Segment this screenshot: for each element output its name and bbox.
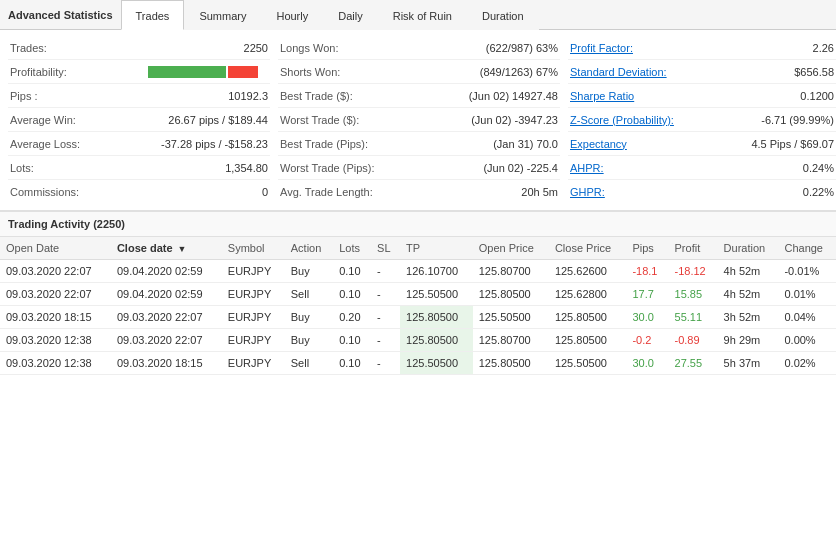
col-close-date[interactable]: Close date ▼ [111, 237, 222, 260]
trading-activity-table-container: Open Date Close date ▼ Symbol Action Lot… [0, 237, 836, 375]
table-body: 09.03.2020 22:07 09.04.2020 02:59 EURJPY… [0, 260, 836, 375]
cell-open-price: 125.80500 [473, 283, 549, 306]
stat-sharpe-ratio: Sharpe Ratio 0.1200 [568, 84, 836, 108]
stat-zscore: Z-Score (Probability): -6.71 (99.99%) [568, 108, 836, 132]
cell-pips: 30.0 [626, 352, 668, 375]
stat-avg-win: Average Win: 26.67 pips / $189.44 [8, 108, 270, 132]
table-row[interactable]: 09.03.2020 18:15 09.03.2020 22:07 EURJPY… [0, 306, 836, 329]
cell-duration: 5h 37m [718, 352, 779, 375]
cell-profit: -0.89 [669, 329, 718, 352]
stat-pips: Pips : 10192.3 [8, 84, 270, 108]
cell-change: 0.01% [778, 283, 836, 306]
col-close-price[interactable]: Close Price [549, 237, 627, 260]
bar-green [148, 66, 226, 78]
col-open-price[interactable]: Open Price [473, 237, 549, 260]
cell-symbol: EURJPY [222, 329, 285, 352]
cell-profit: 55.11 [669, 306, 718, 329]
stat-trades: Trades: 2250 [8, 36, 270, 60]
cell-close-date: 09.04.2020 02:59 [111, 283, 222, 306]
stat-best-trade-dollar: Best Trade ($): (Jun 02) 14927.48 [278, 84, 560, 108]
sort-arrow-close-date: ▼ [178, 244, 187, 254]
cell-change: -0.01% [778, 260, 836, 283]
col-duration[interactable]: Duration [718, 237, 779, 260]
cell-symbol: EURJPY [222, 283, 285, 306]
cell-sl: - [371, 329, 400, 352]
stats-col-3: Profit Factor: 2.26 Standard Deviation: … [564, 36, 836, 204]
cell-open-price: 125.80700 [473, 329, 549, 352]
cell-profit: 15.85 [669, 283, 718, 306]
stat-avg-trade-length: Avg. Trade Length: 20h 5m [278, 180, 560, 204]
cell-action: Sell [285, 283, 333, 306]
cell-tp: 125.80500 [400, 329, 473, 352]
cell-change: 0.00% [778, 329, 836, 352]
cell-open-price: 125.80500 [473, 352, 549, 375]
cell-close-price: 125.62600 [549, 260, 627, 283]
cell-change: 0.04% [778, 306, 836, 329]
tabs-bar: Advanced Statistics Trades Summary Hourl… [0, 0, 836, 30]
stat-avg-loss: Average Loss: -37.28 pips / -$158.23 [8, 132, 270, 156]
table-row[interactable]: 09.03.2020 12:38 09.03.2020 22:07 EURJPY… [0, 329, 836, 352]
cell-pips: 30.0 [626, 306, 668, 329]
cell-lots: 0.10 [333, 352, 371, 375]
cell-open-date: 09.03.2020 18:15 [0, 306, 111, 329]
col-profit[interactable]: Profit [669, 237, 718, 260]
cell-duration: 9h 29m [718, 329, 779, 352]
cell-close-date: 09.03.2020 22:07 [111, 306, 222, 329]
stat-worst-trade-pips: Worst Trade (Pips): (Jun 02) -225.4 [278, 156, 560, 180]
cell-close-price: 125.62800 [549, 283, 627, 306]
tab-risk-of-ruin[interactable]: Risk of Ruin [378, 0, 467, 30]
table-row[interactable]: 09.03.2020 12:38 09.03.2020 18:15 EURJPY… [0, 352, 836, 375]
cell-open-date: 09.03.2020 12:38 [0, 329, 111, 352]
bar-red [228, 66, 258, 78]
cell-close-date: 09.03.2020 22:07 [111, 329, 222, 352]
tab-hourly[interactable]: Hourly [261, 0, 323, 30]
cell-symbol: EURJPY [222, 260, 285, 283]
col-lots[interactable]: Lots [333, 237, 371, 260]
stat-worst-trade-dollar: Worst Trade ($): (Jun 02) -3947.23 [278, 108, 560, 132]
stat-std-deviation: Standard Deviation: $656.58 [568, 60, 836, 84]
col-change[interactable]: Change [778, 237, 836, 260]
col-tp[interactable]: TP [400, 237, 473, 260]
cell-tp: 125.80500 [400, 306, 473, 329]
stat-profitability: Profitability: [8, 60, 270, 84]
cell-close-date: 09.03.2020 18:15 [111, 352, 222, 375]
tab-trades[interactable]: Trades [121, 0, 185, 30]
stat-lots: Lots: 1,354.80 [8, 156, 270, 180]
cell-tp: 126.10700 [400, 260, 473, 283]
col-action[interactable]: Action [285, 237, 333, 260]
cell-change: 0.02% [778, 352, 836, 375]
profitability-bar [148, 66, 268, 78]
cell-symbol: EURJPY [222, 306, 285, 329]
app-title: Advanced Statistics [0, 9, 121, 21]
col-symbol[interactable]: Symbol [222, 237, 285, 260]
stat-ahpr: AHPR: 0.24% [568, 156, 836, 180]
col-pips[interactable]: Pips [626, 237, 668, 260]
cell-duration: 4h 52m [718, 283, 779, 306]
tab-duration[interactable]: Duration [467, 0, 539, 30]
trading-activity-title: Trading Activity (2250) [0, 212, 836, 237]
cell-open-date: 09.03.2020 22:07 [0, 260, 111, 283]
stat-shorts-won: Shorts Won: (849/1263) 67% [278, 60, 560, 84]
table-row[interactable]: 09.03.2020 22:07 09.04.2020 02:59 EURJPY… [0, 260, 836, 283]
stat-longs-won: Longs Won: (622/987) 63% [278, 36, 560, 60]
table-row[interactable]: 09.03.2020 22:07 09.04.2020 02:59 EURJPY… [0, 283, 836, 306]
cell-duration: 3h 52m [718, 306, 779, 329]
cell-action: Buy [285, 329, 333, 352]
cell-close-date: 09.04.2020 02:59 [111, 260, 222, 283]
cell-lots: 0.20 [333, 306, 371, 329]
cell-close-price: 125.80500 [549, 329, 627, 352]
cell-pips: -18.1 [626, 260, 668, 283]
cell-tp: 125.50500 [400, 352, 473, 375]
cell-sl: - [371, 283, 400, 306]
tab-daily[interactable]: Daily [323, 0, 377, 30]
table-header: Open Date Close date ▼ Symbol Action Lot… [0, 237, 836, 260]
stats-col-2: Longs Won: (622/987) 63% Shorts Won: (84… [274, 36, 564, 204]
cell-open-date: 09.03.2020 22:07 [0, 283, 111, 306]
cell-close-price: 125.50500 [549, 352, 627, 375]
tab-summary[interactable]: Summary [184, 0, 261, 30]
cell-open-price: 125.50500 [473, 306, 549, 329]
col-sl[interactable]: SL [371, 237, 400, 260]
cell-tp: 125.50500 [400, 283, 473, 306]
cell-close-price: 125.80500 [549, 306, 627, 329]
col-open-date[interactable]: Open Date [0, 237, 111, 260]
